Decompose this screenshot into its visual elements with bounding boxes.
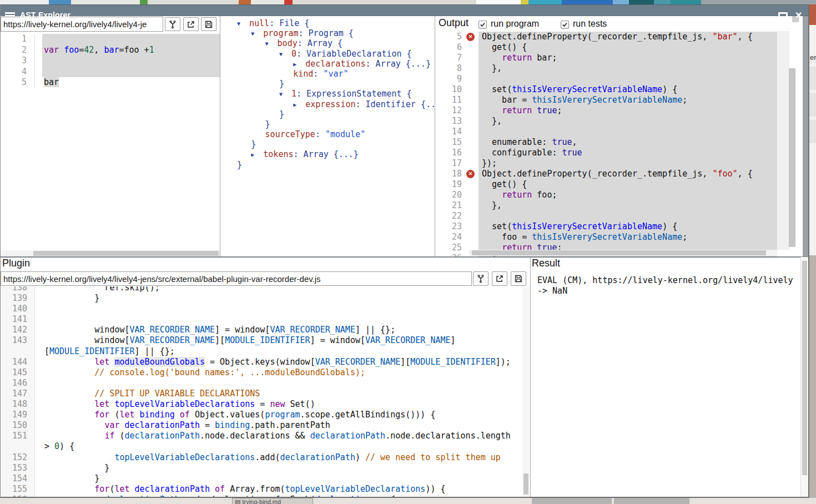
chevron-expanded-icon[interactable]: ▼ <box>237 21 249 27</box>
code-line-text <box>478 74 777 84</box>
code-line-text: return foo; <box>478 190 777 200</box>
line-number: 147 <box>0 389 35 399</box>
code-token: for <box>94 410 109 420</box>
code-token: }, <box>482 63 502 73</box>
output-v-scrollbar-thumb[interactable] <box>789 68 795 247</box>
ast-node-row[interactable]: } <box>220 160 435 170</box>
code-line-text: return true; <box>478 105 777 116</box>
background-file-tab[interactable]: ▤ trying-bind.md <box>232 498 313 504</box>
ast-node-row[interactable]: ▶expression: Identifier {...} <box>220 99 435 109</box>
code-token: VAR_RECORDER_NAME <box>365 335 451 345</box>
floppy-disk-icon <box>514 274 523 283</box>
plugin-open-external-button[interactable] <box>492 271 507 286</box>
run-tests-checkbox[interactable] <box>561 21 569 29</box>
error-icon[interactable]: ✕ <box>466 170 475 178</box>
code-token: , { <box>738 169 753 179</box>
ast-node-row[interactable]: ▼1: ExpressionStatement { <box>220 89 435 99</box>
line-number: 25 <box>435 243 465 253</box>
ast-node-row[interactable]: ▼null: File { <box>220 18 435 28</box>
open-external-button[interactable] <box>183 17 199 31</box>
code-line: 3 <box>0 56 220 67</box>
source-editor[interactable]: 12var foo=42, bar=foo +1345bar <box>0 32 220 252</box>
code-line-text: ref.skip(); <box>43 286 522 293</box>
external-link-icon <box>495 274 504 283</box>
chevron-collapsed-icon[interactable]: ▶ <box>293 102 305 108</box>
code-token <box>44 357 94 367</box>
chevron-expanded-icon[interactable]: ▼ <box>279 91 291 97</box>
line-number: 18 <box>435 169 465 179</box>
code-line: 147 // SPLIT UP VARIABLE DECLARATIONS <box>0 389 522 399</box>
chevron-collapsed-icon[interactable]: ▶ <box>251 152 263 158</box>
ast-node-row[interactable]: } <box>220 119 435 129</box>
minimize-button[interactable] <box>758 16 767 18</box>
ast-node-row[interactable]: } <box>220 79 435 89</box>
code-token: set( <box>482 84 512 94</box>
line-number: 155 <box>0 484 35 495</box>
code-line: 16 configurable: true <box>435 148 794 158</box>
ast-tree-pane[interactable]: ▼null: File {▼program: Program {▼body: A… <box>220 16 435 253</box>
code-token: return <box>502 105 532 115</box>
ast-node-row[interactable]: ▶tokens: Array {...} <box>220 149 435 159</box>
fork-button[interactable] <box>165 17 180 31</box>
section-divider[interactable] <box>0 256 809 258</box>
code-line-text <box>42 56 220 67</box>
code-line-text: var declarationPath = binding.path.paren… <box>43 420 522 431</box>
code-line-text <box>42 67 220 78</box>
window-scrollbar-track[interactable] <box>803 16 808 257</box>
maximize-button[interactable] <box>778 12 788 21</box>
chevron-expanded-icon[interactable]: ▼ <box>251 31 263 37</box>
code-token: declaration <box>315 495 370 497</box>
gutter-marker-slot <box>465 53 478 63</box>
ast-node-row[interactable]: ▶declarations: Array {...} <box>220 59 435 69</box>
chevron-collapsed-icon[interactable]: ▶ <box>293 61 305 67</box>
plugin-fork-button[interactable] <box>473 271 488 286</box>
line-number: 148 <box>0 399 35 410</box>
error-icon[interactable]: ✕ <box>466 33 475 41</box>
output-v-scrollbar-track[interactable] <box>777 31 789 250</box>
code-token: )) { <box>425 484 445 494</box>
code-line-text: topLevelVariableDeclarations.add(declara… <box>43 452 522 463</box>
run-program-checkbox[interactable] <box>478 21 487 29</box>
titlebar[interactable]: AST Explorer ✕ <box>0 4 809 16</box>
ast-node-row[interactable]: ▼0: VariableDeclaration { <box>220 49 435 59</box>
ast-node-row[interactable]: ▼body: Array { <box>220 38 435 48</box>
ast-node-row[interactable]: ▼program: Program { <box>220 28 435 38</box>
code-line: 153 } <box>0 463 522 473</box>
line-number: 9 <box>435 74 465 84</box>
code-token: [ <box>44 346 49 356</box>
plugin-v-scrollbar-track[interactable] <box>522 286 530 497</box>
code-line-text: if (declarationPath.node.declarations &&… <box>43 431 522 441</box>
code-token: = <box>79 45 84 55</box>
chevron-expanded-icon[interactable]: ▼ <box>279 51 291 57</box>
ast-node-row[interactable]: } <box>220 139 435 149</box>
ast-node-row[interactable]: kind: "var" <box>220 69 435 79</box>
code-token: Array.from( <box>225 484 285 494</box>
background-row <box>809 120 816 143</box>
plugin-v-scrollbar-thumb[interactable] <box>523 473 528 495</box>
menu-icon[interactable] <box>5 12 15 19</box>
code-line-text: }, <box>478 116 777 127</box>
line-number: 153 <box>0 463 35 473</box>
result-v-scrollbar-thumb[interactable] <box>802 261 807 475</box>
ast-node-row[interactable]: sourceType: "module" <box>220 129 435 139</box>
code-line: 12 return true; <box>435 105 794 116</box>
code-token <box>44 484 94 494</box>
code-line: 21 }, <box>435 200 794 211</box>
file-icon: ▤ <box>235 498 242 504</box>
code-token: => { <box>370 495 395 497</box>
code-token: = <box>255 399 270 409</box>
pane-divider[interactable] <box>530 257 531 497</box>
ast-node-row[interactable]: } <box>220 109 435 119</box>
code-token: set( <box>482 221 512 231</box>
plugin-save-button[interactable] <box>511 271 526 286</box>
source-h-scrollbar-thumb[interactable] <box>33 251 219 256</box>
code-token: 42 <box>84 45 94 55</box>
save-button[interactable] <box>201 17 216 31</box>
plugin-editor[interactable]: 138 ref.skip();139 }140141142 window[VAR… <box>0 286 522 497</box>
chevron-expanded-icon[interactable]: ▼ <box>265 41 278 47</box>
close-button[interactable]: ✕ <box>795 10 802 21</box>
plugin-url-input[interactable] <box>1 271 472 286</box>
output-editor[interactable]: 5✕Object.defineProperty(_recorder_.tempf… <box>435 31 794 257</box>
code-token: .node.declarations.forEach( <box>180 495 315 497</box>
output-h-scrollbar-thumb[interactable] <box>472 250 766 255</box>
